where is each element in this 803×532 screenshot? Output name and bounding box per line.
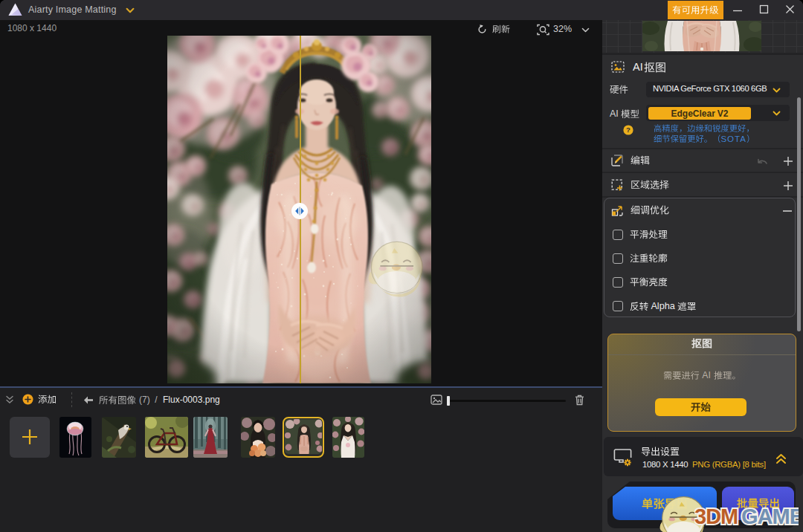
svg-text:?: ? bbox=[626, 126, 631, 134]
svg-text:3DM: 3DM bbox=[694, 505, 738, 528]
svg-text:GAME: GAME bbox=[741, 505, 799, 528]
